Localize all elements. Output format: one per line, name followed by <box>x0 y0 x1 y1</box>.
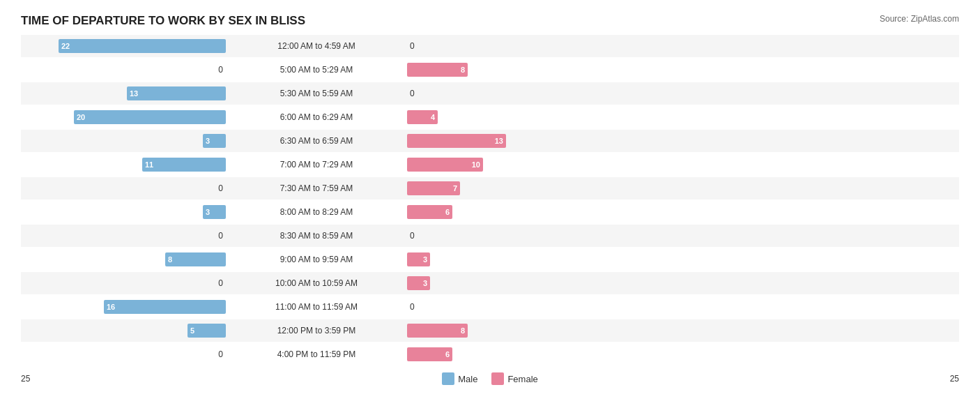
time-label: 4:00 PM to 11:59 PM <box>230 349 403 359</box>
male-value: 0 <box>208 349 223 359</box>
table-row: 04:00 PM to 11:59 PM6 <box>21 343 959 365</box>
table-row: 206:00 AM to 6:29 AM4 <box>21 106 959 128</box>
time-label: 12:00 PM to 3:59 PM <box>230 326 403 335</box>
right-section: 0 <box>403 231 612 241</box>
time-label: 6:30 AM to 6:59 AM <box>230 136 403 146</box>
chart-body: 2212:00 AM to 4:59 AM005:00 AM to 5:29 A… <box>21 35 959 367</box>
left-section: 0 <box>21 349 230 359</box>
male-bar: 5 <box>187 324 226 338</box>
female-bar: 6 <box>407 205 452 219</box>
right-section: 4 <box>403 110 612 124</box>
male-bar: 3 <box>203 134 226 148</box>
left-section: 0 <box>21 65 230 75</box>
left-section: 0 <box>21 183 230 193</box>
left-section: 22 <box>21 39 230 53</box>
table-row: 38:00 AM to 8:29 AM6 <box>21 201 959 223</box>
right-section: 13 <box>403 134 612 148</box>
female-value: 0 <box>410 302 425 312</box>
right-section: 0 <box>403 302 612 312</box>
right-section: 3 <box>403 276 612 290</box>
male-bar: 13 <box>127 86 226 100</box>
left-section: 0 <box>21 278 230 288</box>
left-section: 20 <box>21 110 230 124</box>
left-section: 5 <box>21 324 230 338</box>
time-label: 12:00 AM to 4:59 AM <box>230 41 403 51</box>
right-section: 10 <box>403 158 612 172</box>
time-label: 8:30 AM to 8:59 AM <box>230 231 403 241</box>
time-label: 5:00 AM to 5:29 AM <box>230 65 403 75</box>
left-section: 0 <box>21 231 230 241</box>
left-section: 3 <box>21 205 230 219</box>
chart-title: TIME OF DEPARTURE TO WORK BY SEX IN BLIS… <box>21 14 305 28</box>
male-bar: 22 <box>59 39 226 53</box>
female-value: 0 <box>410 89 425 98</box>
legend-female: Female <box>491 372 537 385</box>
table-row: 89:00 AM to 9:59 AM3 <box>21 248 959 271</box>
source-text: Source: ZipAtlas.com <box>880 14 959 24</box>
female-bar: 10 <box>407 158 483 172</box>
time-label: 5:30 AM to 5:59 AM <box>230 89 403 98</box>
legend-male: Male <box>442 372 477 385</box>
right-section: 6 <box>403 205 612 219</box>
axis-label-right: 25 <box>938 374 959 384</box>
legend-female-box <box>491 372 504 385</box>
table-row: 05:00 AM to 5:29 AM8 <box>21 59 959 81</box>
legend-male-label: Male <box>458 374 477 384</box>
legend-male-box <box>442 372 454 385</box>
female-bar: 4 <box>407 110 438 124</box>
female-bar: 3 <box>407 276 430 290</box>
time-label: 7:30 AM to 7:59 AM <box>230 183 403 193</box>
female-value: 0 <box>410 231 425 241</box>
female-value: 0 <box>410 41 425 51</box>
table-row: 1611:00 AM to 11:59 AM0 <box>21 296 959 318</box>
left-section: 8 <box>21 252 230 266</box>
male-value: 0 <box>208 65 223 75</box>
chart-container: TIME OF DEPARTURE TO WORK BY SEX IN BLIS… <box>0 0 980 415</box>
time-label: 11:00 AM to 11:59 AM <box>230 302 403 312</box>
female-bar: 3 <box>407 252 430 266</box>
time-label: 6:00 AM to 6:29 AM <box>230 112 403 122</box>
time-label: 8:00 AM to 8:29 AM <box>230 207 403 217</box>
left-section: 16 <box>21 300 230 314</box>
right-section: 8 <box>403 63 612 77</box>
table-row: 117:00 AM to 7:29 AM10 <box>21 153 959 176</box>
male-value: 0 <box>208 183 223 193</box>
footer-row: 25 Male Female 25 <box>21 372 959 385</box>
legend: Male Female <box>442 372 538 385</box>
table-row: 36:30 AM to 6:59 AM13 <box>21 130 959 152</box>
right-section: 3 <box>403 252 612 266</box>
left-section: 3 <box>21 134 230 148</box>
time-label: 10:00 AM to 10:59 AM <box>230 278 403 288</box>
female-bar: 13 <box>407 134 506 148</box>
table-row: 08:30 AM to 8:59 AM0 <box>21 225 959 247</box>
time-label: 9:00 AM to 9:59 AM <box>230 255 403 264</box>
table-row: 135:30 AM to 5:59 AM0 <box>21 82 959 105</box>
male-bar: 3 <box>203 205 226 219</box>
right-section: 6 <box>403 347 612 361</box>
male-value: 0 <box>208 231 223 241</box>
left-section: 11 <box>21 158 230 172</box>
right-section: 0 <box>403 89 612 98</box>
table-row: 07:30 AM to 7:59 AM7 <box>21 177 959 199</box>
right-section: 7 <box>403 181 612 195</box>
male-value: 0 <box>208 278 223 288</box>
male-bar: 11 <box>142 158 226 172</box>
right-section: 0 <box>403 41 612 51</box>
male-bar: 16 <box>104 300 226 314</box>
title-row: TIME OF DEPARTURE TO WORK BY SEX IN BLIS… <box>21 14 959 28</box>
table-row: 2212:00 AM to 4:59 AM0 <box>21 35 959 57</box>
left-section: 13 <box>21 86 230 100</box>
legend-female-label: Female <box>507 374 537 384</box>
axis-label-left: 25 <box>21 374 42 384</box>
female-bar: 8 <box>407 63 468 77</box>
time-label: 7:00 AM to 7:29 AM <box>230 160 403 169</box>
right-section: 8 <box>403 324 612 338</box>
female-bar: 6 <box>407 347 452 361</box>
female-bar: 8 <box>407 324 468 338</box>
male-bar: 20 <box>74 110 226 124</box>
female-bar: 7 <box>407 181 460 195</box>
male-bar: 8 <box>165 252 226 266</box>
table-row: 010:00 AM to 10:59 AM3 <box>21 272 959 294</box>
table-row: 512:00 PM to 3:59 PM8 <box>21 319 959 342</box>
